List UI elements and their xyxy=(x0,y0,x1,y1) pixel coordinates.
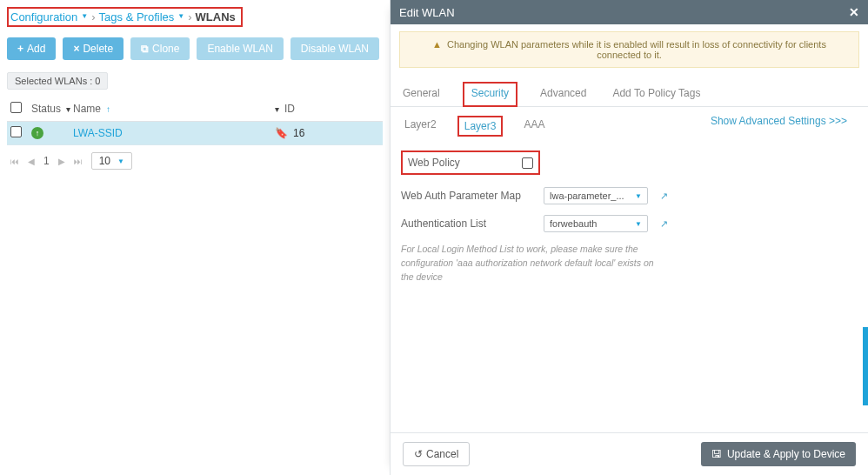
wlan-id: 16 xyxy=(293,127,304,139)
param-map-label: Web Auth Parameter Map xyxy=(401,190,531,202)
wlan-name-link[interactable]: LWA-SSID xyxy=(73,127,123,139)
close-icon[interactable]: ✕ xyxy=(849,5,859,19)
x-icon: × xyxy=(73,43,79,55)
main-tabs: General Security Advanced Add To Policy … xyxy=(391,82,868,107)
edit-wlan-panel: Edit WLAN ✕ ▲Changing WLAN parameters wh… xyxy=(390,0,868,475)
breadcrumb: Configuration▼ › Tags & Profiles▼ › WLAN… xyxy=(7,7,243,27)
web-policy-row: Web Policy xyxy=(401,151,540,175)
auth-list-select[interactable]: forwebauth▼ xyxy=(544,215,648,232)
col-name[interactable]: Name xyxy=(73,103,101,115)
selected-count-badge: Selected WLANs : 0 xyxy=(7,72,108,90)
tag-icon: 🔖 xyxy=(275,127,288,139)
subtab-aaa[interactable]: AAA xyxy=(518,116,550,137)
disable-wlan-button[interactable]: Disable WLAN xyxy=(290,37,379,60)
param-map-select[interactable]: lwa-parameter_...▼ xyxy=(544,187,648,204)
chevron-down-icon: ▼ xyxy=(635,220,642,228)
pagination: ⏮ ◀ 1 ▶ ⏭ 10▼ xyxy=(7,145,383,177)
page-last-icon[interactable]: ⏭ xyxy=(74,157,83,166)
page-first-icon[interactable]: ⏮ xyxy=(10,157,19,166)
external-link-icon[interactable]: ↗ xyxy=(660,218,668,230)
delete-button[interactable]: ×Delete xyxy=(63,37,124,60)
table-row[interactable]: LWA-SSID 🔖16 xyxy=(7,122,383,145)
web-policy-label: Web Policy xyxy=(408,157,460,169)
filter-icon[interactable]: ▾ xyxy=(66,104,70,114)
status-enabled-icon xyxy=(31,127,43,139)
sort-asc-icon[interactable]: ↑ xyxy=(106,104,110,114)
clone-button[interactable]: ⧉Clone xyxy=(130,37,190,60)
plus-icon: + xyxy=(17,43,23,55)
page-number: 1 xyxy=(43,155,50,167)
panel-title: Edit WLAN xyxy=(399,6,455,19)
page-next-icon[interactable]: ▶ xyxy=(58,157,65,166)
web-policy-checkbox[interactable] xyxy=(522,157,533,169)
filter-icon[interactable]: ▾ xyxy=(275,104,279,114)
chevron-down-icon: ▼ xyxy=(117,157,124,165)
breadcrumb-configuration[interactable]: Configuration xyxy=(10,10,77,23)
tab-security[interactable]: Security xyxy=(463,82,517,107)
col-id[interactable]: ID xyxy=(284,103,295,115)
update-apply-button[interactable]: 🖫Update & Apply to Device xyxy=(701,442,856,466)
select-all-checkbox[interactable] xyxy=(10,102,22,113)
subtab-layer2[interactable]: Layer2 xyxy=(399,116,442,137)
local-login-note: For Local Login Method List to work, ple… xyxy=(401,243,662,284)
pagesize-select[interactable]: 10▼ xyxy=(91,152,132,170)
breadcrumb-tags-profiles[interactable]: Tags & Profiles xyxy=(99,10,175,23)
breadcrumb-current: WLANs xyxy=(196,10,236,23)
enable-wlan-button[interactable]: Enable WLAN xyxy=(197,37,283,60)
cancel-button[interactable]: ↺Cancel xyxy=(403,442,470,466)
show-advanced-settings-link[interactable]: Show Advanced Settings >>> xyxy=(711,115,847,127)
side-handle[interactable] xyxy=(863,327,868,405)
warning-icon: ▲ xyxy=(432,39,442,50)
warning-alert: ▲Changing WLAN parameters while it is en… xyxy=(399,31,859,68)
save-icon: 🖫 xyxy=(711,448,722,460)
subtab-layer3[interactable]: Layer3 xyxy=(457,116,504,137)
row-checkbox[interactable] xyxy=(10,126,22,137)
external-link-icon[interactable]: ↗ xyxy=(660,191,668,202)
tab-add-policy-tags[interactable]: Add To Policy Tags xyxy=(609,82,704,106)
tab-advanced[interactable]: Advanced xyxy=(537,82,590,106)
copy-icon: ⧉ xyxy=(141,43,149,55)
table-header: Status▾ Name↑ ▾ID xyxy=(7,95,383,122)
page-prev-icon[interactable]: ◀ xyxy=(28,157,35,166)
tab-general[interactable]: General xyxy=(399,82,444,106)
undo-icon: ↺ xyxy=(414,448,423,460)
add-button[interactable]: +Add xyxy=(7,37,56,60)
chevron-down-icon: ▼ xyxy=(635,192,642,200)
col-status[interactable]: Status xyxy=(31,103,61,115)
auth-list-label: Authentication List xyxy=(401,217,531,230)
